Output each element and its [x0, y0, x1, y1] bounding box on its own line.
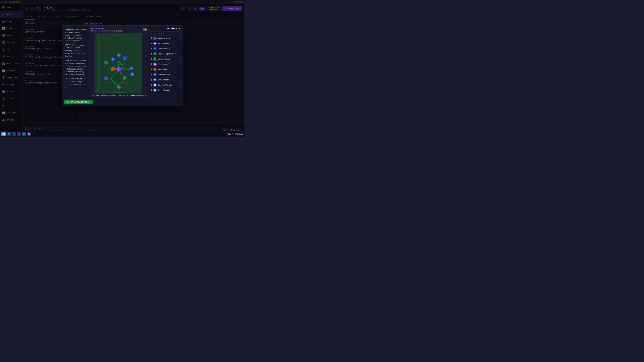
modal-layout: The players shown on the pitch were a si… — [62, 25, 182, 98]
taskbar-date: 8/28/2022 — [236, 133, 243, 135]
taskbar-time: 2:23 PM — [228, 133, 234, 135]
list-item[interactable]: 20 Marko Divkovic — [149, 72, 182, 77]
svg-text:18: 18 — [118, 54, 120, 56]
list-item[interactable]: 21 Sean Longstaff — [149, 62, 182, 67]
list-item[interactable]: 5 Malachi Fagan-Walcott — [149, 51, 182, 56]
list-item[interactable]: 11 Rodel Richards — [149, 88, 182, 93]
taskbar-search-icon[interactable]: 🔍 — [7, 132, 11, 136]
advanced-analysis-button[interactable]: ✓ Advanced Analysis 0 — [64, 99, 93, 104]
modal-close-button[interactable]: ✕ — [144, 28, 147, 31]
taskbar-right: 2:23 PM 8/28/2022 — [228, 133, 243, 135]
modal-overlay[interactable]: The players shown on the pitch were a si… — [0, 0, 244, 131]
player-status-indicator — [150, 84, 152, 86]
legend-frequent: Frequent — [118, 94, 129, 96]
svg-text:5: 5 — [106, 62, 106, 63]
player-name: Gavin Kilkenny — [158, 68, 170, 70]
player-list-header: NO. PLAYER ▲ — [149, 32, 182, 36]
svg-text:1: 1 — [118, 86, 119, 88]
list-item[interactable]: 4 Federico Ricca — [149, 46, 182, 51]
player-number: 21 — [153, 62, 157, 66]
svg-rect-50 — [2, 133, 4, 134]
frequent-label: Frequent — [122, 94, 129, 96]
legend-fairly-frequent: Fairly Frequent — [101, 94, 116, 96]
modal-title-bar: PASS MAP Man Utd v AFC Wimbledon, 25/5/2… — [90, 27, 147, 32]
player-status-indicator — [150, 42, 152, 44]
svg-rect-51 — [4, 133, 5, 134]
advanced-analysis-icon: ✓ — [66, 100, 69, 103]
sort-icon[interactable]: ▲ — [179, 33, 180, 34]
player-status-indicator — [150, 53, 152, 55]
player-number: 19 — [153, 42, 157, 45]
player-name: Michael Hector — [158, 58, 170, 60]
player-number: 20 — [153, 73, 157, 76]
windows-icon — [2, 133, 5, 135]
player-number: 4 — [153, 47, 157, 50]
player-status-indicator — [150, 48, 152, 49]
player-name: Alphonse Areola — [158, 37, 171, 39]
list-item[interactable]: 18 Eddie Nketiah — [149, 77, 182, 82]
taskbar-edge-icon[interactable]: e — [17, 132, 21, 136]
svg-rect-52 — [2, 134, 4, 135]
start-button[interactable] — [1, 132, 6, 136]
list-item[interactable]: 3 Michael Hector — [149, 56, 182, 62]
player-status-indicator — [150, 37, 152, 39]
taskbar-chrome-icon[interactable]: 🌐 — [22, 132, 26, 136]
col-player: PLAYER — [159, 33, 179, 34]
player-status-indicator — [150, 63, 152, 65]
svg-text:19: 19 — [124, 58, 126, 59]
player-status-indicator — [150, 79, 152, 81]
rare-line — [92, 95, 95, 96]
legend-rare: Rare — [92, 94, 99, 96]
player-number: 11 — [153, 88, 157, 92]
player-number: 19 — [153, 83, 157, 87]
modal-desc-1: The players shown on the pitch were a si… — [64, 28, 86, 42]
player-name: Samuele Vignato — [158, 84, 172, 86]
list-item[interactable]: 1 Alphonse Areola — [149, 36, 182, 41]
svg-text:7: 7 — [112, 68, 113, 70]
svg-text:21: 21 — [118, 68, 120, 70]
player-name: Rodel Richards — [158, 89, 170, 91]
list-item[interactable]: 19 Samuele Vignato — [149, 82, 182, 88]
modal-title-block: PASS MAP Man Utd v AFC Wimbledon, 25/5/2… — [90, 27, 122, 32]
player-name: Marko Divkovic — [158, 73, 170, 76]
player-status-indicator — [150, 89, 152, 91]
player-name: Enock Mwepu — [158, 42, 169, 44]
pass-map-svg: 1 4 3 19 7 — [95, 33, 142, 93]
list-item[interactable]: 19 Enock Mwepu — [149, 41, 182, 46]
player-name: Sean Longstaff — [158, 63, 170, 65]
fairly-frequent-line — [101, 95, 105, 96]
very-frequent-label: Very Frequent — [135, 94, 146, 96]
player-name: Federico Ricca — [158, 48, 170, 50]
taskbar-fm-icon[interactable]: ⚽ — [27, 132, 31, 136]
very-frequent-line — [131, 95, 135, 96]
player-status-indicator — [150, 74, 152, 75]
player-name: Eddie Nketiah — [158, 79, 169, 81]
frequent-line — [118, 95, 122, 96]
advanced-analysis-count-badge: 0 — [88, 100, 90, 103]
scisports-logo: SCISP◆RTS — [149, 25, 182, 32]
list-item[interactable]: 7 Gavin Kilkenny — [149, 67, 182, 72]
player-number: 5 — [153, 52, 157, 55]
player-status-indicator — [150, 58, 152, 60]
modal-description-panel: The players shown on the pitch were a si… — [62, 25, 89, 98]
svg-text:20: 20 — [131, 68, 132, 69]
player-number: 7 — [153, 68, 157, 71]
modal-subtitle: Man Utd v AFC Wimbledon, 25/5/2024 — [90, 30, 122, 32]
svg-text:3: 3 — [124, 77, 125, 79]
advanced-analysis-label: Advanced Analysis — [70, 101, 87, 103]
fairly-frequent-label: Fairly Frequent — [105, 94, 116, 96]
modal-bottom: ✓ Advanced Analysis 0 — [62, 98, 182, 106]
player-number: 18 — [153, 78, 157, 81]
modal-desc-2: AFC Wimbledon's pass combinations were g… — [64, 44, 86, 58]
modal-desc-3: Longstaff was at the heart of everything… — [64, 59, 86, 76]
svg-text:4: 4 — [106, 78, 106, 79]
taskbar-widgets-icon[interactable]: ⬚ — [12, 132, 16, 136]
player-number: 1 — [153, 36, 157, 40]
player-number: 3 — [153, 57, 157, 61]
svg-rect-53 — [4, 134, 5, 135]
pass-map-container: 1 4 3 19 7 — [95, 33, 142, 93]
rare-label: Rare — [96, 94, 99, 96]
player-list-items: 1 Alphonse Areola 19 Enock Mwepu 4 Feder… — [149, 36, 182, 98]
taskbar: 🔍 ⬚ e 🌐 ⚽ 2:23 PM 8/28/2022 — [0, 131, 244, 137]
modal-center: PASS MAP Man Utd v AFC Wimbledon, 25/5/2… — [89, 25, 149, 98]
